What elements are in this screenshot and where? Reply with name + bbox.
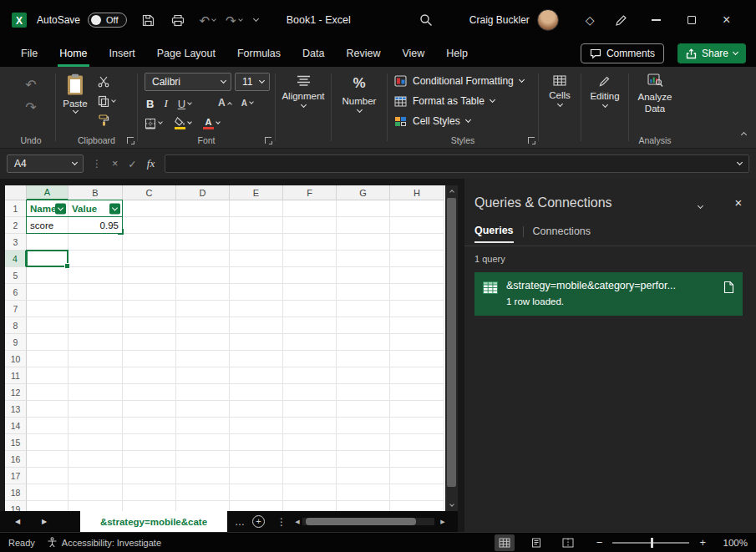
underline-button[interactable]: U bbox=[178, 98, 191, 110]
fill-color-button[interactable] bbox=[174, 117, 191, 129]
font-name-combo[interactable]: Calibri bbox=[145, 73, 231, 91]
tab-review[interactable]: Review bbox=[335, 40, 391, 67]
row-header-16[interactable]: 16 bbox=[5, 451, 27, 468]
next-sheet-button[interactable]: ▶ bbox=[35, 511, 53, 532]
zoom-slider-thumb[interactable] bbox=[651, 538, 653, 548]
column-header-B[interactable]: B bbox=[68, 185, 123, 200]
previous-sheet-button[interactable]: ◀ bbox=[8, 511, 27, 532]
zoom-out-button[interactable]: − bbox=[596, 536, 603, 549]
name-box[interactable]: A4 bbox=[7, 154, 84, 173]
row-header-12[interactable]: 12 bbox=[5, 384, 27, 401]
grow-font-button[interactable]: A bbox=[218, 97, 231, 109]
search-button[interactable] bbox=[419, 13, 433, 27]
zoom-level[interactable]: 100% bbox=[718, 538, 748, 548]
scroll-right-button[interactable]: ▶ bbox=[436, 511, 449, 532]
row-header-5[interactable]: 5 bbox=[5, 267, 27, 284]
tab-connections[interactable]: Connections bbox=[533, 225, 591, 242]
font-size-combo[interactable]: 11 bbox=[235, 73, 270, 91]
user-avatar[interactable] bbox=[537, 9, 559, 31]
format-as-table-button[interactable]: Format as Table bbox=[394, 95, 495, 107]
print-button[interactable] bbox=[171, 14, 185, 27]
analyze-data-button[interactable]: Analyze Data bbox=[629, 67, 681, 139]
tab-help[interactable]: Help bbox=[435, 40, 479, 67]
vertical-scrollbar[interactable] bbox=[445, 185, 458, 511]
column-header-C[interactable]: C bbox=[123, 185, 176, 200]
row-header-3[interactable]: 3 bbox=[5, 234, 27, 251]
drag-handle-icon[interactable]: ⋮ bbox=[92, 158, 102, 170]
minimize-button[interactable] bbox=[639, 7, 674, 33]
column-header-F[interactable]: F bbox=[283, 185, 337, 200]
row-header-15[interactable]: 15 bbox=[5, 434, 27, 451]
autosave-toggle[interactable]: Off bbox=[88, 13, 126, 28]
horizontal-scroll-thumb[interactable] bbox=[306, 518, 416, 525]
horizontal-scrollbar[interactable] bbox=[302, 518, 434, 525]
scroll-down-arrow[interactable] bbox=[445, 500, 458, 511]
number-format-button[interactable]: % Number bbox=[332, 67, 387, 139]
row-header-4[interactable]: 4 bbox=[5, 251, 27, 267]
row-header-7[interactable]: 7 bbox=[5, 301, 27, 317]
font-color-button[interactable]: A bbox=[203, 118, 220, 129]
pane-close-button[interactable]: × bbox=[728, 192, 748, 212]
row-header-13[interactable]: 13 bbox=[5, 401, 27, 418]
copy-button[interactable] bbox=[98, 95, 115, 107]
column-header-D[interactable]: D bbox=[176, 185, 230, 200]
vertical-scroll-thumb[interactable] bbox=[447, 198, 456, 487]
filter-button-B1[interactable] bbox=[109, 203, 120, 214]
confirm-entry-button[interactable]: ✓ bbox=[128, 158, 136, 170]
row-header-19[interactable]: 19 bbox=[5, 501, 27, 511]
active-sheet-tab[interactable]: &strategy=mobile&cate bbox=[80, 511, 227, 532]
row-header-6[interactable]: 6 bbox=[5, 284, 27, 301]
tab-page-layout[interactable]: Page Layout bbox=[146, 40, 226, 67]
editor-button[interactable] bbox=[615, 14, 627, 27]
tab-queries[interactable]: Queries bbox=[474, 225, 514, 243]
cell-B2[interactable]: 0.95 bbox=[68, 217, 123, 234]
zoom-slider[interactable] bbox=[612, 542, 689, 544]
cell-styles-button[interactable]: Cell Styles bbox=[394, 115, 470, 127]
conditional-formatting-button[interactable]: Conditional Formatting bbox=[394, 75, 524, 87]
page-layout-view-button[interactable] bbox=[526, 534, 546, 551]
row-header-8[interactable]: 8 bbox=[5, 317, 27, 334]
pane-options-button[interactable] bbox=[698, 199, 703, 210]
filter-button-A1[interactable] bbox=[55, 203, 66, 214]
cell-A2[interactable]: score bbox=[27, 217, 68, 234]
row-header-17[interactable]: 17 bbox=[5, 468, 27, 484]
formula-input[interactable] bbox=[165, 154, 749, 173]
select-all-corner[interactable] bbox=[5, 185, 27, 200]
features-button[interactable]: ◇ bbox=[586, 13, 595, 27]
styles-dialog-launcher[interactable] bbox=[528, 137, 535, 144]
row-header-9[interactable]: 9 bbox=[5, 334, 27, 351]
cells-button[interactable]: Cells bbox=[539, 67, 581, 139]
new-sheet-button[interactable]: + bbox=[252, 515, 265, 528]
zoom-in-button[interactable]: + bbox=[699, 536, 706, 549]
row-header-2[interactable]: 2 bbox=[5, 217, 27, 234]
undo-quick-button[interactable]: ↶ bbox=[200, 14, 216, 27]
tab-data[interactable]: Data bbox=[292, 40, 335, 67]
tab-formulas[interactable]: Formulas bbox=[226, 40, 292, 67]
cancel-entry-button[interactable]: × bbox=[112, 158, 118, 170]
cell-A1[interactable]: Name bbox=[27, 200, 68, 217]
save-button[interactable] bbox=[142, 14, 155, 27]
redo-button[interactable]: ↷ bbox=[25, 99, 36, 115]
tab-view[interactable]: View bbox=[391, 40, 435, 67]
page-break-view-button[interactable] bbox=[558, 534, 578, 551]
cut-button[interactable] bbox=[98, 76, 115, 88]
format-painter-button[interactable] bbox=[98, 114, 115, 126]
row-header-10[interactable]: 10 bbox=[5, 351, 27, 367]
scroll-up-arrow[interactable] bbox=[445, 185, 458, 196]
row-header-18[interactable]: 18 bbox=[5, 484, 27, 501]
borders-button[interactable] bbox=[145, 118, 162, 129]
font-dialog-launcher[interactable] bbox=[265, 137, 271, 144]
column-header-G[interactable]: G bbox=[337, 185, 390, 200]
close-button[interactable]: × bbox=[709, 7, 744, 33]
query-list-item[interactable]: &strategy=mobile&category=perfor... 1 ro… bbox=[474, 272, 743, 316]
insert-function-button[interactable]: fx bbox=[147, 157, 155, 170]
comments-button[interactable]: Comments bbox=[581, 43, 664, 63]
tab-file[interactable]: File bbox=[10, 40, 48, 67]
accessibility-checker[interactable]: Accessibility: Investigate bbox=[47, 537, 161, 548]
tab-home[interactable]: Home bbox=[48, 40, 98, 67]
tab-insert[interactable]: Insert bbox=[99, 40, 146, 67]
shrink-font-button[interactable]: A bbox=[241, 99, 253, 108]
normal-view-button[interactable] bbox=[495, 534, 515, 551]
more-sheets-button[interactable]: … bbox=[232, 512, 247, 532]
bold-button[interactable]: B bbox=[146, 98, 154, 110]
